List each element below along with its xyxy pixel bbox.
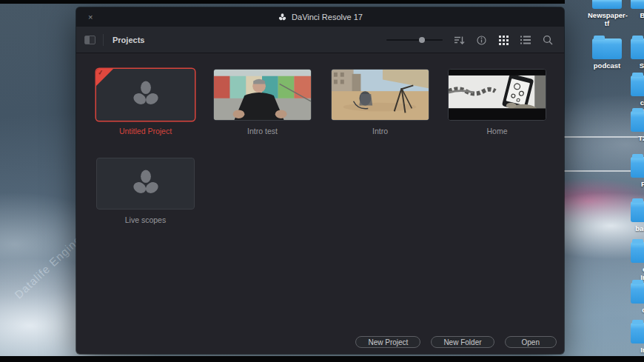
slider-track bbox=[386, 39, 443, 41]
check-icon: ✓ bbox=[97, 69, 104, 76]
new-project-button[interactable]: New Project bbox=[355, 336, 420, 348]
folder-label: dr bbox=[626, 306, 644, 314]
letterbox-top bbox=[0, 0, 565, 4]
folder-icon bbox=[592, 38, 622, 59]
folder-label: Sza bbox=[626, 61, 644, 70]
project-grid: ✓ Untitled Project bbox=[76, 54, 564, 329]
project-name: Live scopes bbox=[96, 215, 195, 224]
toolbar: Projects bbox=[76, 27, 564, 53]
davinci-resolve-logo-icon bbox=[129, 78, 163, 112]
folder-icon bbox=[631, 0, 644, 9]
title-group: DaVinci Resolve 17 bbox=[278, 13, 363, 22]
toolbar-right-controls bbox=[386, 27, 554, 53]
project-thumbnail bbox=[213, 69, 312, 121]
desktop-folder-ble[interactable]: Ble bbox=[626, 0, 644, 19]
new-folder-button[interactable]: New Folder bbox=[431, 336, 494, 348]
project-name: Intro test bbox=[213, 127, 312, 135]
letterbox-bottom bbox=[0, 356, 644, 362]
desktop-folder-t2[interactable]: T2 d bbox=[626, 111, 644, 142]
desktop-folder-newspaper[interactable]: Newspaper- tf bbox=[588, 0, 626, 27]
folder-label: podcast bbox=[588, 61, 626, 70]
desktop-folder-el-inv[interactable]: el Inv bbox=[626, 242, 644, 281]
folder-label: T2 d bbox=[626, 134, 644, 142]
project-thumbnail bbox=[96, 158, 195, 210]
thumbnail-image-phone-chain bbox=[449, 70, 546, 120]
project-name: Untitled Project bbox=[96, 127, 195, 135]
folder-icon bbox=[631, 157, 644, 178]
desktop-folder-dr[interactable]: dr bbox=[626, 283, 644, 314]
folder-icon bbox=[631, 242, 644, 263]
thumbnail-image-man-beach-huts bbox=[214, 70, 311, 120]
toolbar-divider bbox=[103, 34, 104, 46]
folder-icon bbox=[631, 201, 644, 222]
project-card-home[interactable]: Home bbox=[448, 69, 546, 135]
folder-icon bbox=[631, 283, 644, 304]
desktop-folder-inv[interactable]: Inv bbox=[626, 323, 644, 354]
project-name: Intro bbox=[331, 127, 429, 135]
slider-handle[interactable] bbox=[419, 37, 425, 43]
project-card-intro-test[interactable]: Intro test bbox=[213, 69, 312, 135]
projects-breadcrumb: Projects bbox=[113, 36, 144, 44]
folder-label: Newspaper- tf bbox=[588, 11, 626, 27]
davinci-resolve-logo-icon bbox=[278, 13, 287, 22]
folder-label: el Inv bbox=[626, 265, 644, 281]
project-thumbnail bbox=[331, 69, 429, 121]
desktop: Newspaper- tf Ble podcast Sza car mar T2… bbox=[0, 0, 644, 362]
project-card-live-scopes[interactable]: Live scopes bbox=[96, 158, 195, 224]
folder-icon bbox=[631, 38, 644, 59]
footer-actions: New Project New Folder Open bbox=[355, 336, 557, 348]
project-thumbnail bbox=[448, 69, 546, 121]
desktop-folder-backg[interactable]: backg bbox=[626, 201, 644, 232]
project-thumbnail: ✓ bbox=[96, 69, 195, 121]
list-view-icon[interactable] bbox=[520, 34, 531, 46]
thumbnail-size-slider[interactable] bbox=[386, 36, 443, 44]
titlebar: × DaVinci Resolve 17 bbox=[76, 7, 564, 27]
sidebar-toggle-icon[interactable] bbox=[84, 36, 95, 44]
desktop-folder-sza[interactable]: Sza bbox=[626, 38, 644, 70]
desktop-folder-podcast[interactable]: podcast bbox=[588, 38, 626, 70]
folder-icon bbox=[631, 111, 644, 132]
project-card-intro[interactable]: Intro bbox=[331, 69, 429, 135]
folder-label: Inv bbox=[626, 346, 644, 354]
folder-label: backg bbox=[626, 224, 644, 232]
folder-icon bbox=[631, 323, 644, 343]
sort-order-icon[interactable] bbox=[453, 34, 465, 46]
davinci-resolve-logo-icon bbox=[129, 167, 163, 201]
folder-label: Ph bbox=[626, 180, 644, 188]
project-name: Home bbox=[448, 127, 546, 135]
grid-view-icon[interactable] bbox=[497, 34, 509, 46]
open-button[interactable]: Open bbox=[505, 336, 557, 348]
thumbnail-image-beach-tripod bbox=[332, 70, 429, 120]
folder-label: Ble bbox=[626, 11, 644, 19]
info-icon[interactable] bbox=[475, 34, 487, 46]
search-icon[interactable] bbox=[542, 34, 554, 46]
project-card-untitled[interactable]: ✓ Untitled Project bbox=[96, 69, 195, 135]
window-title: DaVinci Resolve 17 bbox=[292, 13, 363, 21]
project-manager-window: × DaVinci Resolve 17 Projects bbox=[76, 7, 564, 354]
desktop-folder-ph[interactable]: Ph bbox=[626, 157, 644, 188]
folder-icon bbox=[631, 76, 644, 96]
selected-badge: ✓ bbox=[96, 69, 113, 86]
close-button[interactable]: × bbox=[85, 7, 95, 27]
folder-icon bbox=[592, 0, 622, 9]
